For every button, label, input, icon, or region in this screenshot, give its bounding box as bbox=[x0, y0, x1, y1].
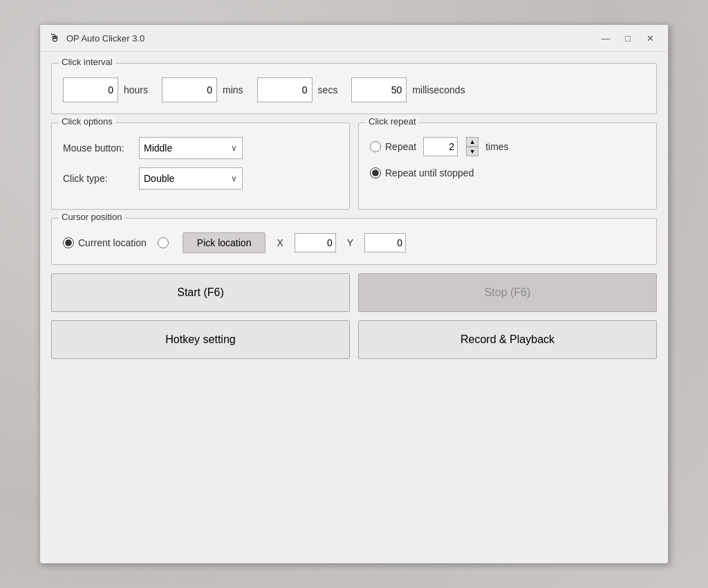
hours-label: hours bbox=[124, 84, 148, 95]
mouse-button-row: Mouse button: Left Middle Right bbox=[63, 137, 338, 159]
start-button[interactable]: Start (F6) bbox=[51, 273, 350, 312]
x-label: X bbox=[277, 237, 283, 248]
ms-label: milliseconds bbox=[412, 84, 465, 95]
mins-input[interactable] bbox=[162, 77, 217, 102]
secs-input[interactable] bbox=[257, 77, 313, 102]
click-options-group: Click options Mouse button: Left Middle … bbox=[51, 122, 350, 210]
current-location-label[interactable]: Current location bbox=[63, 237, 147, 248]
spin-down-button[interactable]: ▼ bbox=[466, 147, 478, 156]
maximize-button[interactable]: □ bbox=[618, 30, 637, 46]
cursor-position-title: Cursor position bbox=[59, 212, 124, 222]
y-label: Y bbox=[347, 237, 353, 248]
title-bar: 🖱 OP Auto Clicker 3.0 — □ ✕ bbox=[40, 25, 668, 52]
main-content: Click interval hours mins secs milliseco… bbox=[40, 52, 668, 378]
pick-location-button[interactable]: Pick location bbox=[183, 232, 266, 253]
cursor-position-group: Cursor position Current location Pick lo… bbox=[51, 218, 657, 265]
repeat-label: Repeat bbox=[385, 141, 416, 152]
hotkey-button[interactable]: Hotkey setting bbox=[51, 320, 350, 359]
y-input[interactable] bbox=[364, 233, 406, 252]
repeat-until-radio[interactable] bbox=[370, 167, 381, 178]
hours-input[interactable] bbox=[63, 77, 118, 102]
stop-button[interactable]: Stop (F6) bbox=[358, 273, 657, 312]
click-type-select[interactable]: Single Double Triple bbox=[139, 167, 243, 190]
options-repeat-row: Click options Mouse button: Left Middle … bbox=[51, 122, 657, 218]
interval-row: hours mins secs milliseconds bbox=[63, 77, 645, 102]
close-button[interactable]: ✕ bbox=[640, 30, 660, 46]
mouse-button-dropdown-wrapper: Left Middle Right bbox=[139, 137, 243, 159]
click-type-dropdown-wrapper: Single Double Triple bbox=[139, 167, 243, 190]
spin-up-button[interactable]: ▲ bbox=[466, 137, 478, 147]
app-icon: 🖱 bbox=[48, 32, 61, 44]
click-repeat-group: Click repeat Repeat ▲ ▼ times bbox=[358, 122, 657, 210]
current-location-radio[interactable] bbox=[63, 237, 74, 248]
click-type-row: Click type: Single Double Triple bbox=[63, 167, 338, 190]
times-input[interactable] bbox=[423, 137, 458, 156]
minimize-button[interactable]: — bbox=[596, 30, 615, 46]
x-input[interactable] bbox=[295, 233, 336, 252]
repeat-radio[interactable] bbox=[370, 141, 381, 152]
secs-label: secs bbox=[318, 84, 338, 95]
start-stop-row: Start (F6) Stop (F6) bbox=[51, 273, 657, 312]
repeat-until-radio-label[interactable]: Repeat until stopped bbox=[370, 167, 474, 178]
mouse-button-label: Mouse button: bbox=[63, 143, 139, 154]
times-label: times bbox=[485, 141, 508, 152]
mins-label: mins bbox=[223, 84, 243, 95]
mouse-button-select[interactable]: Left Middle Right bbox=[139, 137, 243, 159]
record-playback-button[interactable]: Record & Playback bbox=[358, 320, 657, 359]
ms-input[interactable] bbox=[351, 77, 407, 102]
click-options-title: Click options bbox=[59, 116, 115, 127]
repeat-until-label: Repeat until stopped bbox=[385, 167, 474, 178]
cursor-row: Current location Pick location X Y bbox=[63, 232, 645, 253]
hotkey-record-row: Hotkey setting Record & Playback bbox=[51, 320, 657, 359]
current-location-text: Current location bbox=[78, 237, 147, 248]
window-controls: — □ ✕ bbox=[596, 30, 660, 46]
repeat-radio-label[interactable]: Repeat bbox=[370, 141, 416, 152]
repeat-row: Repeat ▲ ▼ times bbox=[370, 137, 645, 156]
click-type-label: Click type: bbox=[63, 173, 139, 184]
spinner: ▲ ▼ bbox=[466, 137, 478, 156]
click-repeat-title: Click repeat bbox=[366, 116, 419, 127]
pick-location-radio[interactable] bbox=[158, 237, 169, 248]
click-interval-group: Click interval hours mins secs milliseco… bbox=[51, 63, 657, 114]
main-window: 🖱 OP Auto Clicker 3.0 — □ ✕ Click interv… bbox=[39, 24, 669, 564]
repeat-until-row: Repeat until stopped bbox=[370, 167, 645, 178]
window-title: OP Auto Clicker 3.0 bbox=[66, 33, 596, 44]
click-interval-title: Click interval bbox=[59, 57, 115, 67]
